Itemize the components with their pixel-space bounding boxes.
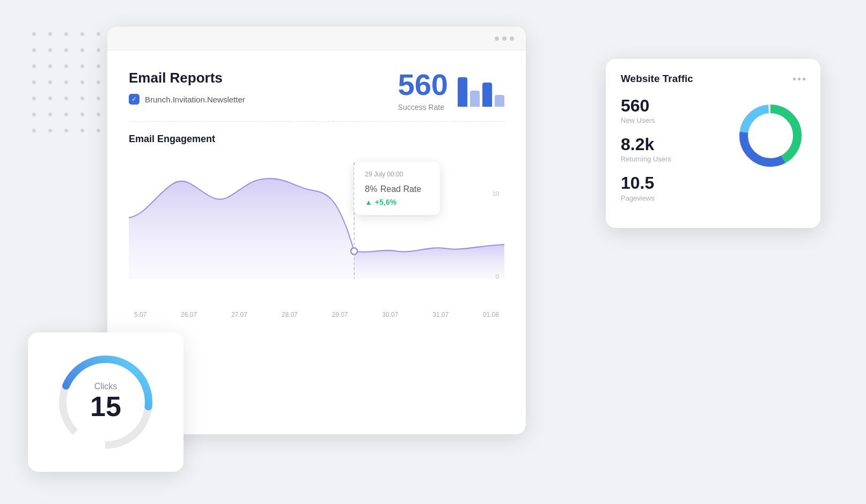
gauge-container: Clicks 15 <box>52 349 159 456</box>
tooltip-change: ▲ +5,6% <box>365 198 429 206</box>
svg-text:10: 10 <box>493 190 499 197</box>
x-label-4: 28.07 <box>282 311 298 318</box>
browser-dot-1 <box>495 36 499 41</box>
newsletter-row: Brunch.Invitation.Newsletter <box>129 94 245 105</box>
dot-1 <box>793 78 796 80</box>
x-label-1: 5.07 <box>134 311 146 318</box>
bar-4 <box>495 95 504 107</box>
bar-2 <box>470 91 480 107</box>
success-bar-chart <box>458 75 504 107</box>
pageviews-label: Pageviews <box>621 194 730 202</box>
traffic-menu-icon[interactable] <box>793 78 805 80</box>
newsletter-checkbox[interactable] <box>129 94 140 105</box>
email-reports-header: Email Reports Brunch.Invitation.Newslett… <box>129 70 504 112</box>
chart-tooltip: 29 July 00:00 8% Read Rate ▲ +5,6% <box>354 162 440 215</box>
tooltip-date: 29 July 00:00 <box>365 171 429 178</box>
website-traffic-card: Website Traffic 560 New Users 8.2k Retur… <box>606 59 820 228</box>
dot-2 <box>798 78 801 80</box>
tooltip-rate: 8% Read Rate <box>365 182 429 195</box>
browser-dot-2 <box>502 36 507 41</box>
x-label-2: 26.07 <box>181 311 197 318</box>
email-reports-left: Email Reports Brunch.Invitation.Newslett… <box>129 70 245 110</box>
browser-titlebar <box>107 27 526 50</box>
x-label-5: 29.07 <box>332 311 348 318</box>
newsletter-label: Brunch.Invitation.Newsletter <box>145 95 245 104</box>
returning-users-stat: 8.2k Returning Users <box>621 135 730 163</box>
traffic-stats: 560 New Users 8.2k Returning Users 10.5 … <box>621 97 730 213</box>
svg-point-1 <box>351 248 357 254</box>
traffic-body: 560 New Users 8.2k Returning Users 10.5 … <box>621 97 805 213</box>
x-label-7: 31.07 <box>432 311 449 318</box>
gauge-center: Clicks 15 <box>90 382 121 422</box>
dot-3 <box>803 78 805 80</box>
success-number: 560 <box>398 70 448 100</box>
new-users-label: New Users <box>621 116 730 124</box>
donut-chart-container <box>736 101 805 171</box>
traffic-header: Website Traffic <box>621 73 805 85</box>
clicks-number: 15 <box>90 391 121 422</box>
arrow-up-icon: ▲ <box>365 198 372 206</box>
success-label: Success Rate <box>398 103 448 112</box>
donut-svg <box>736 101 805 171</box>
browser-dots <box>495 36 514 41</box>
pageviews-number: 10.5 <box>621 174 730 192</box>
chart-x-labels: 5.07 26.07 27.07 28.07 29.07 30.07 31.07… <box>129 311 504 318</box>
browser-content: Email Reports Brunch.Invitation.Newslett… <box>107 50 526 339</box>
section-divider <box>129 121 504 122</box>
success-rate-block: 560 Success Rate <box>398 70 504 112</box>
bar-1 <box>458 77 467 107</box>
engagement-title: Email Engagement <box>129 134 504 145</box>
engagement-svg: 10 0 <box>129 151 504 307</box>
svg-text:0: 0 <box>496 273 499 280</box>
x-label-3: 27.07 <box>231 311 247 318</box>
returning-users-label: Returning Users <box>621 155 730 163</box>
clicks-label: Clicks <box>90 382 121 391</box>
bar-3 <box>482 83 492 107</box>
x-label-8: 01.08 <box>483 311 499 318</box>
new-users-number: 560 <box>621 97 730 115</box>
returning-users-number: 8.2k <box>621 135 730 154</box>
clicks-card: Clicks 15 <box>28 332 184 472</box>
browser-dot-3 <box>510 36 514 41</box>
x-label-6: 30.07 <box>382 311 398 318</box>
email-reports-title: Email Reports <box>129 70 245 86</box>
new-users-stat: 560 New Users <box>621 97 730 124</box>
traffic-title: Website Traffic <box>621 73 693 85</box>
email-engagement-chart: 10 0 29 July 00:00 8% Read Rate ▲ +5,6% … <box>129 151 504 323</box>
pageviews-stat: 10.5 Pageviews <box>621 174 730 202</box>
